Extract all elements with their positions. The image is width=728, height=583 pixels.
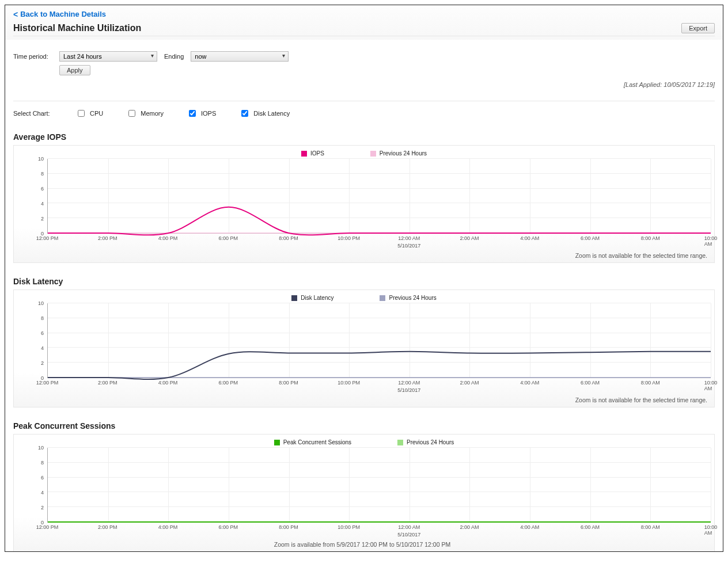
legend-latency-previous: Previous 24 Hours (380, 295, 436, 301)
chart-panel-sessions: Peak Concurrent Sessions Previous 24 Hou… (13, 434, 715, 551)
page-title: Historical Machine Utilization (13, 23, 141, 33)
ending-select[interactable]: now (191, 51, 289, 62)
legend-iops-previous: Previous 24 Hours (370, 150, 427, 157)
ending-label: Ending (164, 53, 184, 60)
export-button[interactable]: Export (681, 23, 715, 33)
time-period-select[interactable]: Last 24 hours (59, 51, 157, 62)
checkbox-disk-latency[interactable]: Disk Latency (239, 108, 290, 119)
checkbox-label-cpu: CPU (90, 110, 103, 117)
time-period-label: Time period: (13, 53, 52, 60)
chart-plot-iops[interactable] (47, 159, 711, 234)
swatch-icon (301, 151, 307, 157)
chart-panel-latency: Disk Latency Previous 24 Hours 0246810 1… (13, 289, 715, 407)
chevron-left-icon: < (13, 10, 18, 18)
checkbox-input-cpu[interactable] (78, 110, 85, 117)
legend-iops-current: IOPS (301, 150, 324, 157)
swatch-icon (370, 151, 376, 157)
y-axis: 0246810 (17, 303, 47, 378)
chart-plot-sessions[interactable] (47, 448, 711, 523)
checkbox-label-memory: Memory (141, 110, 164, 117)
x-axis: 12:00 PM2:00 PM4:00 PM6:00 PM8:00 PM10:0… (47, 523, 711, 539)
chart-title-iops: Average IOPS (13, 132, 715, 142)
swatch-icon (274, 440, 280, 445)
swatch-icon (291, 295, 297, 301)
checkbox-input-iops[interactable] (189, 110, 196, 117)
checkbox-input-memory[interactable] (128, 110, 135, 117)
legend-latency-current: Disk Latency (291, 295, 333, 301)
apply-button[interactable]: Apply (59, 65, 90, 75)
legend-sessions-previous: Previous 24 Hours (397, 439, 454, 445)
x-axis: 12:00 PM2:00 PM4:00 PM6:00 PM8:00 PM10:0… (47, 234, 711, 250)
chart-plot-latency[interactable] (47, 303, 711, 378)
swatch-icon (380, 295, 385, 301)
checkbox-iops[interactable]: IOPS (187, 108, 216, 119)
last-applied-label: [Last Applied: 10/05/2017 12:19] (624, 81, 715, 88)
checkbox-label-iops: IOPS (201, 110, 216, 117)
legend-sessions-current: Peak Concurrent Sessions (274, 439, 351, 445)
zoom-note-iops: Zoom is not available for the selected t… (17, 250, 711, 260)
select-chart-label: Select Chart: (13, 110, 52, 117)
chart-title-sessions: Peak Concurrent Sessions (13, 421, 715, 430)
y-axis: 0246810 (17, 448, 47, 523)
back-link-label: Back to Machine Details (20, 10, 106, 18)
checkbox-cpu[interactable]: CPU (75, 108, 103, 119)
x-axis: 12:00 PM2:00 PM4:00 PM6:00 PM8:00 PM10:0… (47, 378, 711, 394)
zoom-note-sessions: Zoom is available from 5/9/2017 12:00 PM… (17, 539, 711, 549)
zoom-note-latency: Zoom is not available for the selected t… (17, 394, 711, 405)
back-link[interactable]: < Back to Machine Details (13, 10, 106, 18)
chart-title-latency: Disk Latency (13, 277, 715, 286)
chart-panel-iops: IOPS Previous 24 Hours 0246810 12:00 PM2… (13, 145, 715, 263)
checkbox-label-disk-latency: Disk Latency (253, 110, 290, 117)
y-axis: 0246810 (17, 159, 47, 234)
checkbox-input-disk-latency[interactable] (241, 110, 248, 117)
swatch-icon (397, 440, 403, 445)
checkbox-memory[interactable]: Memory (126, 108, 164, 119)
